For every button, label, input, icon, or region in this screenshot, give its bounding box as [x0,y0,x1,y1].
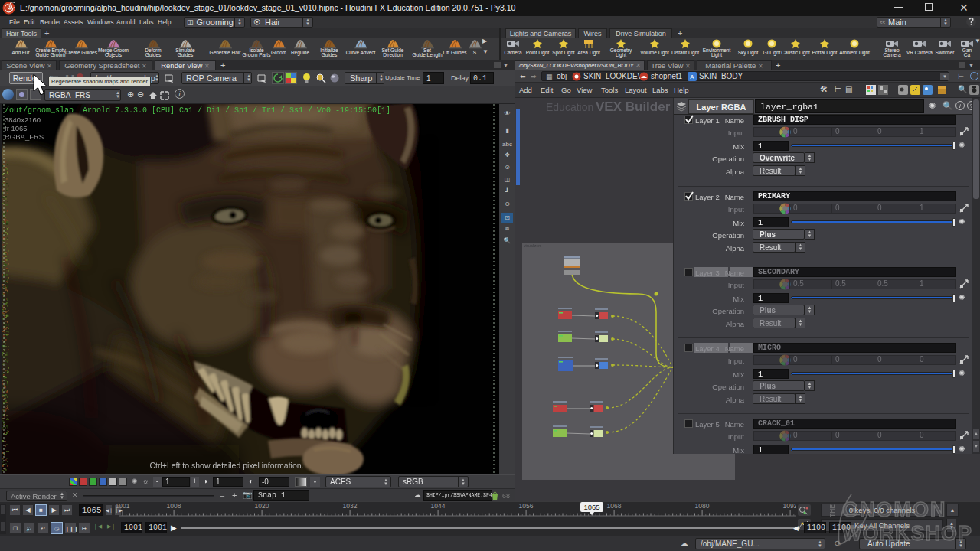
svg-text:1032: 1032 [343,502,358,510]
svg-text:1008: 1008 [167,502,181,510]
svg-text:1020: 1020 [255,502,270,510]
svg-text:1092: 1092 [783,502,796,510]
svg-text:1056: 1056 [519,502,534,510]
svg-text:1044: 1044 [431,502,446,510]
svg-text:1068: 1068 [607,502,622,510]
svg-text:1001: 1001 [116,502,130,510]
svg-text:1080: 1080 [695,502,710,510]
